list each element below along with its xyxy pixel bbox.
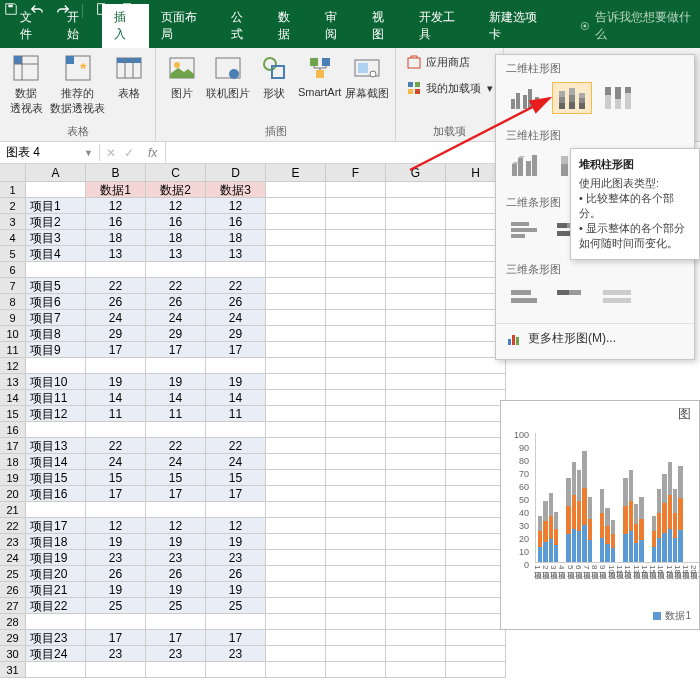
cell[interactable] — [86, 662, 146, 678]
shapes-button[interactable]: 形状 — [254, 52, 294, 101]
cell[interactable]: 项目23 — [26, 630, 86, 646]
cell[interactable]: 项目15 — [26, 470, 86, 486]
cell[interactable] — [86, 502, 146, 518]
cell[interactable]: 24 — [206, 454, 266, 470]
row-header[interactable]: 12 — [0, 358, 26, 374]
cell[interactable]: 18 — [86, 230, 146, 246]
cell[interactable]: 12 — [86, 198, 146, 214]
cell[interactable]: 19 — [146, 374, 206, 390]
row-header[interactable]: 29 — [0, 630, 26, 646]
cell[interactable] — [206, 502, 266, 518]
cell[interactable]: 19 — [146, 534, 206, 550]
cell[interactable]: 24 — [86, 454, 146, 470]
cell[interactable]: 24 — [206, 310, 266, 326]
cell[interactable]: 17 — [206, 630, 266, 646]
col-header-C[interactable]: C — [146, 164, 206, 182]
cell[interactable]: 12 — [206, 518, 266, 534]
cell[interactable] — [86, 614, 146, 630]
cell[interactable]: 项目12 — [26, 406, 86, 422]
row-header[interactable]: 10 — [0, 326, 26, 342]
col-header-D[interactable]: D — [206, 164, 266, 182]
row-header[interactable]: 24 — [0, 550, 26, 566]
online-picture-button[interactable]: 联机图片 — [206, 52, 250, 101]
cell[interactable] — [26, 502, 86, 518]
row-header[interactable]: 11 — [0, 342, 26, 358]
cell[interactable]: 项目24 — [26, 646, 86, 662]
cell[interactable]: 23 — [206, 646, 266, 662]
cell[interactable]: 26 — [206, 294, 266, 310]
row-header[interactable]: 26 — [0, 582, 26, 598]
cell[interactable]: 11 — [206, 406, 266, 422]
cell[interactable]: 17 — [86, 630, 146, 646]
cell[interactable]: 12 — [206, 198, 266, 214]
cell[interactable]: 29 — [146, 326, 206, 342]
3d-clustered-bar-thumb[interactable] — [506, 283, 546, 315]
100-stacked-column-thumb[interactable] — [598, 82, 638, 114]
cell[interactable]: 项目20 — [26, 566, 86, 582]
cell[interactable]: 23 — [86, 550, 146, 566]
cell[interactable] — [26, 358, 86, 374]
cell[interactable]: 项目21 — [26, 582, 86, 598]
cell[interactable]: 项目5 — [26, 278, 86, 294]
cell[interactable] — [26, 422, 86, 438]
col-header-F[interactable]: F — [326, 164, 386, 182]
tab-视图[interactable]: 视图 — [360, 4, 407, 48]
cell[interactable] — [206, 614, 266, 630]
cell[interactable]: 项目10 — [26, 374, 86, 390]
cell[interactable]: 项目16 — [26, 486, 86, 502]
row-header[interactable]: 6 — [0, 262, 26, 278]
more-column-charts-button[interactable]: 更多柱形图(M)... — [496, 323, 694, 353]
3d-100-stacked-bar-thumb[interactable] — [598, 283, 638, 315]
cell[interactable] — [86, 358, 146, 374]
row-header[interactable]: 13 — [0, 374, 26, 390]
cell[interactable] — [206, 662, 266, 678]
tab-新建选项卡[interactable]: 新建选项卡 — [477, 4, 559, 48]
cell[interactable]: 23 — [146, 646, 206, 662]
cell[interactable]: 项目2 — [26, 214, 86, 230]
cell[interactable]: 26 — [206, 566, 266, 582]
cell[interactable] — [146, 262, 206, 278]
cell[interactable]: 22 — [206, 438, 266, 454]
cell[interactable]: 项目7 — [26, 310, 86, 326]
cell[interactable]: 15 — [206, 470, 266, 486]
cell[interactable]: 数据2 — [146, 182, 206, 198]
cell[interactable] — [26, 182, 86, 198]
row-header[interactable]: 22 — [0, 518, 26, 534]
cell[interactable]: 项目1 — [26, 198, 86, 214]
cell[interactable]: 17 — [146, 630, 206, 646]
smartart-button[interactable]: SmartArt — [298, 52, 341, 98]
cell[interactable]: 19 — [86, 374, 146, 390]
cell[interactable] — [146, 614, 206, 630]
screenshot-button[interactable]: 屏幕截图 — [345, 52, 389, 101]
tab-数据[interactable]: 数据 — [266, 4, 313, 48]
cell[interactable]: 22 — [206, 278, 266, 294]
cell[interactable]: 16 — [86, 214, 146, 230]
cell[interactable]: 17 — [146, 486, 206, 502]
tab-页面布局[interactable]: 页面布局 — [149, 4, 219, 48]
pivot-table-button[interactable]: 数据 透视表 — [6, 52, 46, 116]
cell[interactable]: 13 — [206, 246, 266, 262]
cell[interactable]: 16 — [206, 214, 266, 230]
cell[interactable]: 11 — [86, 406, 146, 422]
col-header-E[interactable]: E — [266, 164, 326, 182]
3d-clustered-thumb[interactable] — [506, 149, 546, 181]
cell[interactable]: 25 — [206, 598, 266, 614]
table-button[interactable]: 表格 — [109, 52, 149, 101]
cell[interactable]: 项目9 — [26, 342, 86, 358]
cell[interactable] — [206, 262, 266, 278]
cell[interactable]: 项目8 — [26, 326, 86, 342]
row-header[interactable]: 28 — [0, 614, 26, 630]
cell[interactable]: 24 — [146, 454, 206, 470]
row-header[interactable]: 20 — [0, 486, 26, 502]
picture-button[interactable]: 图片 — [162, 52, 202, 101]
cell[interactable]: 15 — [86, 470, 146, 486]
fx-icon[interactable]: fx — [140, 146, 165, 160]
cell[interactable]: 23 — [146, 550, 206, 566]
cell[interactable]: 19 — [206, 534, 266, 550]
cell[interactable]: 17 — [206, 342, 266, 358]
cell[interactable]: 项目13 — [26, 438, 86, 454]
tab-开始[interactable]: 开始 — [55, 4, 102, 48]
cell[interactable]: 19 — [206, 374, 266, 390]
cell[interactable]: 项目17 — [26, 518, 86, 534]
cell[interactable]: 26 — [86, 294, 146, 310]
